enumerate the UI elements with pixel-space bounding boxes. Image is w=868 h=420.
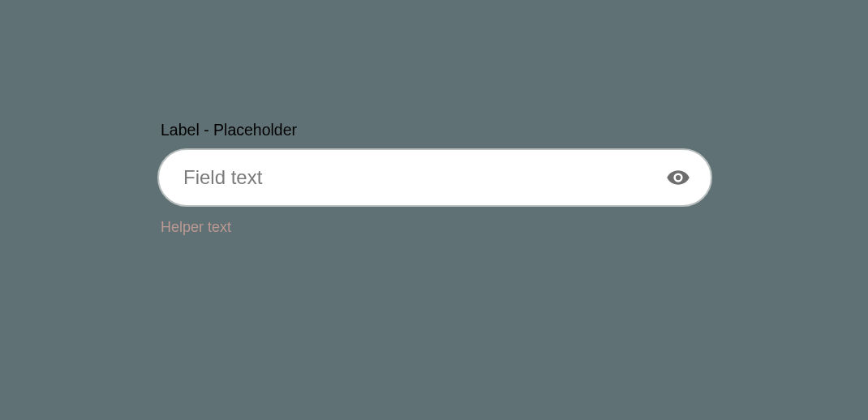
text-input[interactable]: [183, 150, 654, 205]
eye-icon[interactable]: [665, 165, 691, 191]
text-field-group: Label - Placeholder Helper text: [157, 120, 712, 238]
field-label: Label - Placeholder: [161, 120, 712, 140]
text-field[interactable]: [157, 148, 712, 207]
field-helper: Helper text: [161, 218, 712, 237]
